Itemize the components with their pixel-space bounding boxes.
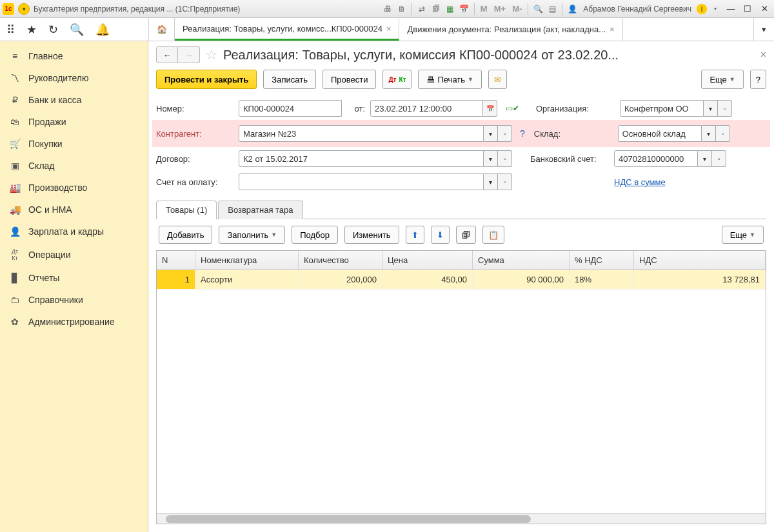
history-icon[interactable]: ↻ [48, 23, 58, 37]
dropdown-button[interactable]: ▾ [484, 150, 498, 167]
dtkt-button[interactable]: ДтКт [382, 70, 412, 89]
calendar-button[interactable]: 📅 [483, 100, 497, 117]
tab-tare[interactable]: Возвратная тара [218, 201, 303, 219]
maximize-button[interactable]: ☐ [740, 3, 755, 15]
col-vat-percent[interactable]: % НДС [570, 251, 634, 270]
list-icon[interactable]: ▤ [546, 4, 558, 14]
copy-button[interactable]: 🗐 [456, 226, 476, 244]
minimize-button[interactable]: — [724, 3, 738, 15]
open-ref-button[interactable]: ▫ [498, 173, 512, 190]
sidebar-item-assets[interactable]: 🚚ОС и НМА [0, 199, 148, 221]
favorites-star-icon[interactable]: ★ [26, 23, 37, 37]
org-input[interactable]: Конфетпром ОО [620, 100, 704, 117]
cell-vat-percent[interactable]: 18% [570, 270, 634, 289]
paste-button[interactable]: 📋 [482, 226, 504, 244]
home-button[interactable]: 🏠 [149, 18, 175, 41]
favorite-star-icon[interactable]: ☆ [205, 46, 218, 63]
help-button[interactable]: ? [750, 70, 766, 89]
table-more-button[interactable]: Еще▼ [722, 226, 764, 244]
dropdown-button[interactable]: ▾ [702, 125, 716, 142]
field-help-icon[interactable]: ? [520, 128, 525, 139]
sidebar-item-admin[interactable]: ✿Администрирование [0, 311, 148, 333]
calendar-icon[interactable]: 📅 [459, 4, 470, 14]
cell-sum[interactable]: 90 000,00 [473, 270, 570, 289]
cell-price[interactable]: 450,00 [382, 270, 473, 289]
memory-mplus-button[interactable]: M+ [492, 4, 508, 14]
move-up-button[interactable]: ⬆ [406, 226, 424, 244]
dropdown-button[interactable]: ▾ [704, 100, 718, 117]
search-icon[interactable]: 🔍 [70, 23, 84, 37]
col-nomenclature[interactable]: Номенклатура [195, 251, 299, 270]
sidebar-item-catalogs[interactable]: 🗀Справочники [0, 289, 148, 311]
email-button[interactable]: ✉ [488, 70, 507, 89]
tab-close-icon[interactable]: × [386, 24, 392, 34]
post-button[interactable]: Провести [322, 70, 377, 89]
sidebar-item-warehouse[interactable]: ▣Склад [0, 155, 148, 177]
col-vat[interactable]: НДС [634, 251, 766, 270]
status-check-icon[interactable]: ▭✔ [506, 103, 518, 113]
move-down-button[interactable]: ⬇ [431, 226, 450, 244]
open-ref-button[interactable]: ▫ [712, 150, 726, 167]
sidebar-item-sales[interactable]: 🛍Продажи [0, 111, 148, 133]
sidebar-item-hr[interactable]: 👤Зарплата и кадры [0, 221, 148, 242]
tabs-more-button[interactable]: ▾ [753, 18, 774, 41]
open-ref-button[interactable]: ▫ [718, 100, 732, 117]
col-price[interactable]: Цена [382, 251, 473, 270]
close-window-button[interactable]: ✕ [757, 3, 771, 15]
write-button[interactable]: Записать [263, 70, 316, 89]
dropdown-button[interactable]: ▾ [484, 125, 498, 142]
col-sum[interactable]: Сумма [473, 251, 570, 270]
tab-close-icon[interactable]: × [610, 25, 615, 34]
compare-icon[interactable]: ⇄ [416, 4, 428, 14]
open-ref-button[interactable]: ▫ [716, 125, 730, 142]
sidebar-item-main[interactable]: ≡Главное [0, 45, 148, 67]
document-icon[interactable]: 🗐 [430, 4, 442, 14]
info-icon[interactable]: i [697, 4, 707, 14]
nav-back-button[interactable]: ← [156, 46, 178, 63]
memory-mminus-button[interactable]: M- [510, 4, 524, 14]
memory-m-button[interactable]: M [479, 4, 490, 14]
sidebar-item-manager[interactable]: 〽Руководителю [0, 67, 148, 89]
contragent-input[interactable]: Магазин №23 [239, 125, 484, 142]
add-row-button[interactable]: Добавить [159, 226, 212, 244]
dropdown-button[interactable]: ▾ [484, 173, 498, 190]
invoice-input[interactable] [239, 173, 484, 190]
table-row[interactable]: 1 Ассорти 200,000 450,00 90 000,00 18% 1… [157, 270, 766, 290]
nav-forward-button[interactable]: → [178, 46, 200, 63]
tab-goods[interactable]: Товары (1) [156, 201, 217, 219]
print-button[interactable]: 🖶Печать▼ [418, 70, 482, 89]
contract-input[interactable]: К2 от 15.02.2017 [239, 150, 484, 167]
sidebar-item-purchases[interactable]: 🛒Покупки [0, 133, 148, 155]
sidebar-item-operations[interactable]: ДтКтОперации [0, 242, 148, 267]
app-menu-dropdown[interactable]: ▾ [18, 3, 30, 15]
notifications-bell-icon[interactable]: 🔔 [95, 23, 110, 37]
sidebar-item-production[interactable]: 🏭Производство [0, 177, 148, 199]
apps-grid-icon[interactable]: ⠿ [6, 23, 15, 37]
dropdown-button[interactable]: ▾ [698, 150, 712, 167]
date-input[interactable]: 23.02.2017 12:00:00 [370, 100, 483, 117]
cell-nomenclature[interactable]: Ассорти [195, 270, 299, 289]
fill-button[interactable]: Заполнить▼ [219, 226, 285, 244]
document-tab-active[interactable]: Реализация: Товары, услуги, комисс...КП0… [175, 18, 399, 41]
vat-mode-link[interactable]: НДС в сумме [614, 177, 666, 187]
open-ref-button[interactable]: ▫ [498, 150, 512, 167]
more-button[interactable]: Еще▼ [701, 70, 743, 89]
document-tab[interactable]: Движения документа: Реализация (акт, нак… [399, 18, 622, 41]
horizontal-scrollbar[interactable] [157, 513, 766, 524]
cell-n[interactable]: 1 [157, 270, 195, 289]
zoom-icon[interactable]: 🔍 [532, 4, 544, 14]
save-file-icon[interactable]: 🗎 [396, 4, 408, 14]
warehouse-input[interactable]: Основной склад [618, 125, 702, 142]
col-quantity[interactable]: Количество [299, 251, 382, 270]
info-dropdown-icon[interactable]: ▾ [710, 4, 721, 14]
print-icon[interactable]: 🖶 [382, 4, 393, 14]
post-and-close-button[interactable]: Провести и закрыть [156, 70, 257, 89]
sidebar-item-bank[interactable]: ₽Банк и касса [0, 89, 148, 111]
col-n[interactable]: N [157, 251, 195, 270]
bank-input[interactable]: 40702810000000 [614, 150, 698, 167]
edit-button[interactable]: Изменить [344, 226, 399, 244]
number-input[interactable]: КП00-000024 [239, 100, 342, 117]
cell-quantity[interactable]: 200,000 [299, 270, 382, 289]
document-close-icon[interactable]: × [760, 49, 766, 61]
calculator-icon[interactable]: ▦ [444, 4, 456, 14]
